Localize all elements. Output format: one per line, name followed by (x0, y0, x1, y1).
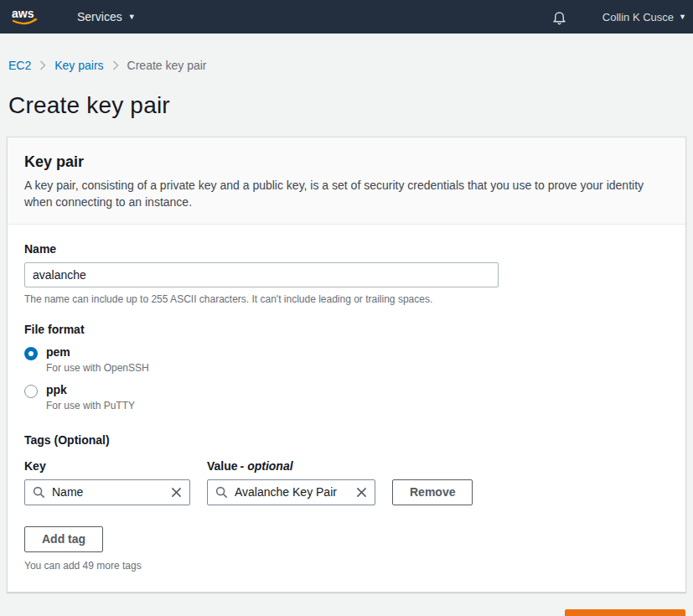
chevron-down-icon: ▼ (679, 13, 686, 21)
tag-key-label: Key (24, 459, 190, 473)
tag-row: Key Value- optional (24, 459, 669, 505)
tag-value-input-box (207, 479, 375, 505)
radio-option-pem[interactable]: pem For use with OpenSSH (24, 345, 669, 374)
file-format-group: File format pem For use with OpenSSH ppk… (24, 323, 669, 412)
notifications-button[interactable] (551, 9, 567, 25)
top-navigation-bar: aws Services ▼ Collin K Cusce ▼ (0, 0, 693, 34)
close-icon (171, 487, 182, 498)
pem-description: For use with OpenSSH (46, 362, 149, 374)
breadcrumb-separator-icon (39, 60, 46, 70)
breadcrumb-key-pairs[interactable]: Key pairs (54, 59, 103, 72)
breadcrumb-ec2[interactable]: EC2 (8, 59, 31, 72)
add-tag-button[interactable]: Add tag (24, 526, 103, 552)
key-pair-card: Key pair A key pair, consisting of a pri… (7, 137, 686, 593)
card-header: Key pair A key pair, consisting of a pri… (8, 137, 685, 225)
key-pair-name-input[interactable] (24, 262, 499, 287)
footer-actions: Cancel Create key pair (7, 609, 685, 616)
card-title: Key pair (24, 153, 669, 171)
user-name: Collin K Cusce (602, 11, 674, 23)
clear-value-button[interactable] (356, 487, 367, 498)
breadcrumb: EC2 Key pairs Create key pair (0, 34, 693, 72)
ppk-label: ppk (46, 383, 135, 396)
ppk-description: For use with PuTTY (46, 400, 135, 412)
card-description: A key pair, consisting of a private key … (24, 177, 669, 211)
radio-selected-icon[interactable] (24, 347, 38, 360)
radio-option-ppk[interactable]: ppk For use with PuTTY (24, 383, 669, 412)
file-format-label: File format (24, 323, 669, 336)
aws-logo-icon: aws (10, 6, 40, 28)
services-menu[interactable]: Services ▼ (77, 10, 136, 23)
tags-label: Tags (Optional) (24, 433, 669, 447)
search-icon (33, 486, 45, 499)
create-key-pair-button[interactable]: Create key pair (565, 609, 685, 616)
pem-label: pem (46, 345, 149, 359)
tag-value-optional-text: - optional (240, 459, 293, 473)
page-title: Create key pair (8, 92, 693, 119)
close-icon (356, 487, 367, 498)
name-helper-text: The name can include up to 255 ASCII cha… (24, 293, 669, 305)
tags-remaining-text: You can add 49 more tags (24, 560, 669, 572)
breadcrumb-separator-icon (112, 60, 119, 70)
tag-value-input[interactable] (235, 485, 349, 499)
tag-key-column: Key (24, 459, 190, 505)
clear-key-button[interactable] (171, 487, 182, 498)
search-icon (215, 486, 228, 499)
account-menu[interactable]: Collin K Cusce ▼ (602, 11, 686, 23)
tag-key-input[interactable] (52, 485, 164, 499)
tag-value-label-text: Value (207, 459, 238, 473)
radio-unselected-icon[interactable] (24, 385, 38, 398)
services-label: Services (77, 10, 122, 23)
svg-text:aws: aws (12, 7, 34, 20)
chevron-down-icon: ▼ (128, 13, 136, 21)
name-label: Name (24, 242, 56, 256)
tags-section: Tags (Optional) Key Value- (24, 433, 669, 572)
aws-logo[interactable]: aws (10, 6, 40, 28)
tag-value-label: Value- optional (207, 459, 375, 473)
tag-value-column: Value- optional (207, 459, 375, 505)
bell-icon (551, 9, 567, 25)
card-body: Name The name can include up to 255 ASCI… (8, 225, 685, 592)
tag-key-input-box (24, 479, 190, 505)
breadcrumb-current: Create key pair (127, 59, 207, 72)
remove-tag-button[interactable]: Remove (392, 479, 473, 505)
